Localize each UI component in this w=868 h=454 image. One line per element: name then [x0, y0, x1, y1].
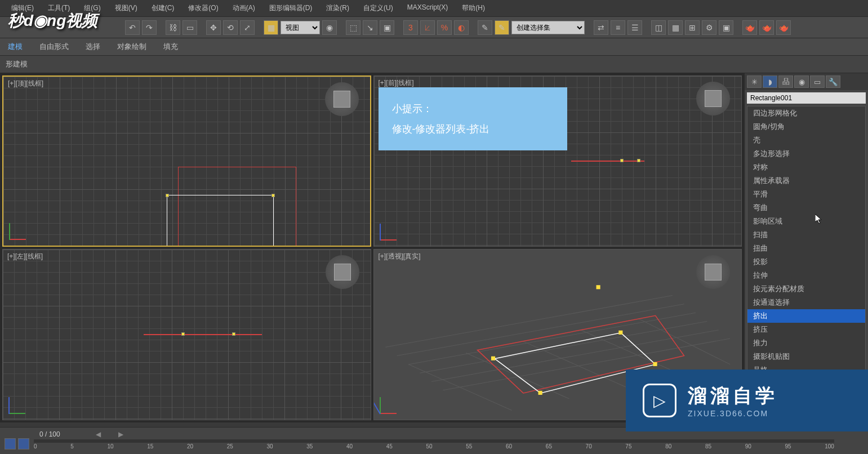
- viewport-front[interactable]: [+][前][线框] 小提示： 修改-修改器列表-挤出: [373, 75, 742, 247]
- redo-button[interactable]: ↷: [142, 20, 157, 35]
- spinner-snap-button[interactable]: ◐: [454, 20, 469, 35]
- menu-maxscript[interactable]: MAXScript(X): [407, 3, 448, 13]
- modifier-item[interactable]: 影响区域: [747, 215, 865, 228]
- modifier-item[interactable]: 推力: [747, 336, 865, 350]
- time-slider[interactable]: [34, 439, 834, 443]
- modifier-item[interactable]: 多边形选择: [747, 147, 865, 161]
- shape-rect-white[interactable]: [167, 195, 274, 247]
- svg-line-4: [397, 304, 684, 356]
- modifier-item[interactable]: 属性承载器: [747, 174, 865, 188]
- svg-line-1: [420, 321, 707, 373]
- use-pivot-button[interactable]: ◉: [322, 20, 337, 35]
- modifier-item[interactable]: 投影: [747, 255, 865, 269]
- material-editor-button[interactable]: ⊞: [685, 20, 700, 35]
- rotate-button[interactable]: ⟲: [223, 20, 238, 35]
- menu-animation[interactable]: 动画(A): [233, 3, 255, 13]
- play-icon: ▷: [643, 384, 676, 417]
- modifier-item[interactable]: 弯曲: [747, 201, 865, 215]
- viewport-top[interactable]: [+][顶][线框]: [2, 75, 371, 247]
- axis-gizmo-icon: [9, 217, 32, 240]
- select-link-button[interactable]: ⛓: [166, 20, 180, 35]
- video-logo: 秒d◉ng视频: [8, 10, 97, 32]
- viewcube-icon[interactable]: [696, 82, 730, 115]
- edit-named-button[interactable]: ✎: [478, 20, 492, 35]
- shape-line: [144, 334, 262, 335]
- selection-set-select[interactable]: 创建选择集: [511, 21, 585, 34]
- svg-line-6: [408, 364, 512, 411]
- modifier-item[interactable]: 挤压: [747, 323, 865, 336]
- timeline-key-button[interactable]: [18, 438, 29, 449]
- timeline-config-button[interactable]: [5, 438, 16, 449]
- schematic-button[interactable]: ▦: [668, 20, 683, 35]
- viewcube-icon[interactable]: [326, 255, 359, 289]
- percent-snap-button[interactable]: ▣: [380, 20, 394, 35]
- layers-button[interactable]: ☰: [627, 20, 642, 35]
- display-tab[interactable]: ▭: [810, 75, 825, 88]
- tooltip-overlay: 小提示： 修改-修改器列表-挤出: [379, 87, 567, 150]
- create-tab[interactable]: ✳: [747, 75, 762, 88]
- ribbon-tabs: 建模 自由形式 选择 对象绘制 填充: [0, 38, 868, 56]
- modifier-item[interactable]: 按元素分配材质: [747, 282, 865, 296]
- svg-rect-17: [653, 362, 657, 366]
- modifier-item-extrude[interactable]: 挤出: [747, 309, 865, 323]
- svg-rect-16: [538, 391, 542, 395]
- svg-line-5: [385, 296, 673, 348]
- viewport-left-label[interactable]: [+][左][线框]: [7, 252, 43, 261]
- curve-editor-button[interactable]: ◫: [651, 20, 666, 35]
- percent-button[interactable]: %: [437, 20, 452, 35]
- ribbon-tab-freeform[interactable]: 自由形式: [39, 42, 69, 52]
- watermark: ▷ 溜溜自学 ZIXUE.3D66.COM: [626, 370, 868, 431]
- angle-button[interactable]: ⟀: [420, 20, 435, 35]
- menu-graph-editors[interactable]: 图形编辑器(D): [269, 3, 313, 13]
- modifier-item[interactable]: 四边形网格化: [747, 106, 865, 120]
- align-button[interactable]: ≡: [611, 20, 625, 35]
- view-mode-select[interactable]: 视图: [281, 21, 320, 34]
- render-active-button[interactable]: 🫖: [776, 20, 791, 35]
- scale-button[interactable]: ⤢: [240, 20, 255, 35]
- mirror-button[interactable]: ⇄: [594, 20, 608, 35]
- timeline-ticks: 05 1015 2025 3035 4045 5055 6065 7075 80…: [34, 443, 834, 449]
- viewcube-icon[interactable]: [325, 82, 359, 116]
- modify-tab[interactable]: ◗: [763, 75, 777, 88]
- menu-create[interactable]: 创建(C): [152, 3, 175, 13]
- viewport-left[interactable]: [+][左][线框]: [2, 249, 371, 420]
- snap-button[interactable]: ⬚: [346, 20, 360, 35]
- modifier-item[interactable]: 摄影机贴图: [747, 350, 865, 363]
- ribbon-tab-populate[interactable]: 填充: [163, 42, 178, 52]
- utilities-tab[interactable]: 🔧: [826, 75, 840, 88]
- viewport-top-label[interactable]: [+][顶][线框]: [8, 79, 43, 88]
- render-setup-button[interactable]: ⚙: [702, 20, 716, 35]
- modifier-item[interactable]: 扫描: [747, 228, 865, 242]
- render-iter-button[interactable]: 🫖: [759, 20, 774, 35]
- viewport-front-label[interactable]: [+][前][线框]: [379, 78, 414, 88]
- menu-customize[interactable]: 自定义(U): [363, 3, 393, 13]
- snap-3d-button[interactable]: 3: [403, 20, 418, 35]
- menu-help[interactable]: 帮助(H): [462, 3, 485, 13]
- modifier-item[interactable]: 壳: [747, 133, 865, 147]
- svg-rect-15: [618, 331, 622, 335]
- move-button[interactable]: ✥: [206, 20, 221, 35]
- ribbon-tab-selection[interactable]: 选择: [86, 42, 100, 52]
- render-frame-button[interactable]: ▣: [719, 20, 733, 35]
- ribbon-tab-object-paint[interactable]: 对象绘制: [117, 42, 146, 52]
- angle-snap-button[interactable]: ↘: [363, 20, 377, 35]
- modifier-item[interactable]: 按通道选择: [747, 296, 865, 309]
- viewport-perspective-label[interactable]: [+][透视][真实]: [379, 252, 421, 261]
- menu-modifiers[interactable]: 修改器(O): [188, 3, 218, 13]
- hierarchy-tab[interactable]: 品: [778, 75, 793, 88]
- ribbon-tab-modeling[interactable]: 建模: [8, 42, 23, 52]
- modifier-item[interactable]: 对称: [747, 161, 865, 174]
- menu-view[interactable]: 视图(V): [115, 3, 137, 13]
- modifier-item[interactable]: 拉伸: [747, 269, 865, 282]
- menu-render[interactable]: 渲染(R): [326, 3, 349, 13]
- named-selection-button[interactable]: ✎: [495, 20, 509, 35]
- modifier-item[interactable]: 圆角/切角: [747, 120, 865, 133]
- modifier-item[interactable]: 扭曲: [747, 242, 865, 255]
- modifier-item[interactable]: 平滑: [747, 188, 865, 201]
- selection-region-button[interactable]: ▭: [182, 20, 197, 35]
- object-name-field[interactable]: Rectangle001: [747, 92, 866, 104]
- undo-button[interactable]: ↶: [125, 20, 140, 35]
- ref-coord-button[interactable]: ▦: [264, 20, 278, 35]
- render-prod-button[interactable]: 🫖: [742, 20, 757, 35]
- motion-tab[interactable]: ◉: [794, 75, 809, 88]
